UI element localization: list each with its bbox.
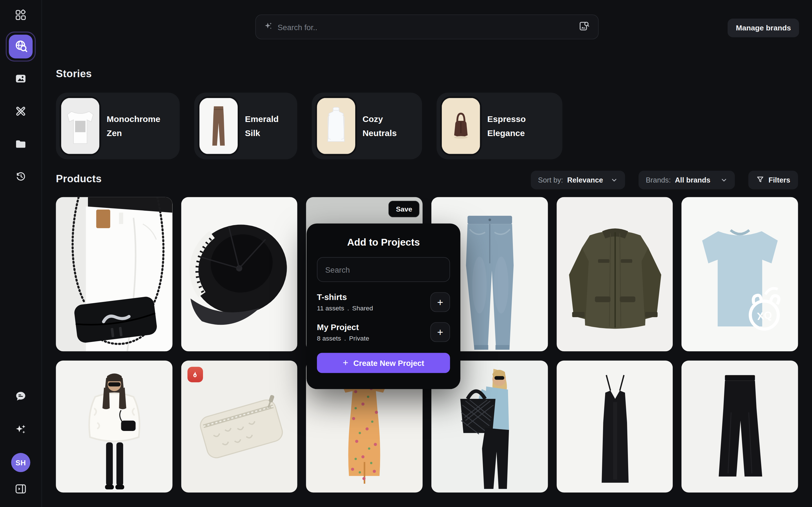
product-card-light-blue-tshirt[interactable]: XQ — [682, 197, 798, 351]
chevron-down-icon — [720, 176, 728, 184]
stories-row: Monochrome Zen Emerald Silk — [56, 93, 562, 159]
sidebar-item-assistant[interactable] — [9, 419, 32, 442]
project-row-tshirts[interactable]: T-shirts 11 assets . Shared + — [317, 292, 450, 312]
add-to-tshirts-button[interactable]: + — [430, 292, 450, 312]
styling-tools-icon — [14, 105, 27, 119]
product-card-olive-suede-jacket[interactable] — [557, 197, 673, 351]
story-label: Monochrome Zen — [107, 112, 173, 140]
product-card-cream-wallet[interactable] — [181, 360, 297, 492]
product-card-fur-coat-look[interactable] — [56, 360, 172, 492]
sidebar-item-dashboard[interactable] — [9, 5, 32, 27]
project-info: My Project 8 assets . Private — [317, 323, 430, 342]
globe-search-icon — [14, 39, 28, 54]
funnel-icon — [756, 175, 764, 185]
story-label: Espresso Elegance — [487, 112, 556, 140]
meta-separator: . — [347, 304, 349, 312]
app-window: SH — [0, 0, 812, 507]
chevron-down-icon — [611, 176, 618, 184]
project-name: My Project — [317, 323, 430, 332]
story-label: Emerald Silk — [245, 112, 291, 140]
svg-text:XQ: XQ — [756, 309, 772, 322]
brands-dropdown[interactable]: Brands: All brands — [639, 171, 735, 189]
image-search-icon[interactable] — [578, 20, 590, 34]
manage-brands-button[interactable]: Manage brands — [728, 18, 799, 37]
story-label: Cozy Neutrals — [363, 112, 416, 140]
add-to-my-project-button[interactable]: + — [430, 322, 450, 342]
project-asset-count: 11 assets — [317, 304, 344, 312]
story-card-cozy-neutrals[interactable]: Cozy Neutrals — [312, 93, 422, 159]
brands-label: Brands: — [646, 176, 671, 184]
sparkle-icon — [264, 21, 273, 33]
sort-label: Sort by: — [538, 176, 563, 184]
product-card-black-flare-pants[interactable] — [682, 360, 798, 492]
filters-label: Filters — [769, 176, 790, 184]
project-meta: 11 assets . Shared — [317, 304, 430, 312]
project-search-input[interactable] — [317, 257, 450, 282]
dashboard-icon — [14, 9, 27, 23]
search-input[interactable] — [277, 22, 574, 31]
story-thumb-brown-trousers — [199, 98, 238, 154]
sort-value: Relevance — [567, 176, 603, 184]
product-card-black-cap[interactable] — [181, 197, 297, 351]
product-controls: Sort by: Relevance Brands: All brands Fi… — [531, 171, 798, 189]
story-thumb-white-tshirt — [61, 98, 100, 154]
project-name: T-shirts — [317, 293, 430, 302]
filters-button[interactable]: Filters — [748, 171, 798, 189]
flame-icon — [191, 370, 199, 379]
history-icon — [14, 170, 27, 184]
sidebar-item-history[interactable] — [9, 166, 32, 189]
chat-bubble-icon — [14, 390, 27, 404]
story-thumb-white-sweater — [317, 98, 355, 154]
project-row-my-project[interactable]: My Project 8 assets . Private + — [317, 322, 450, 342]
sidebar-item-projects[interactable] — [9, 133, 32, 156]
modal-title: Add to Projects — [317, 237, 450, 248]
sparkles-icon — [14, 423, 27, 438]
sort-dropdown[interactable]: Sort by: Relevance — [531, 171, 625, 189]
sidebar-item-chat[interactable] — [9, 386, 32, 409]
project-visibility: Shared — [352, 304, 373, 312]
stories-title: Stories — [56, 68, 92, 80]
image-icon — [14, 72, 27, 87]
story-card-monochrome-zen[interactable]: Monochrome Zen — [56, 93, 180, 159]
story-card-emerald-silk[interactable]: Emerald Silk — [194, 93, 297, 159]
project-meta: 8 assets . Private — [317, 334, 430, 342]
sidebar-item-tools[interactable] — [9, 101, 32, 124]
product-card-white-jeans-chain-bag[interactable] — [56, 197, 172, 351]
product-card-black-slip-dress[interactable] — [557, 360, 673, 492]
project-info: T-shirts 11 assets . Shared — [317, 293, 430, 312]
add-to-projects-modal: Add to Projects T-shirts 11 assets . Sha… — [306, 223, 460, 389]
story-card-espresso-elegance[interactable]: Espresso Elegance — [437, 93, 562, 159]
project-asset-count: 8 assets — [317, 334, 341, 342]
global-search-bar[interactable] — [255, 14, 599, 39]
create-new-project-button[interactable]: + Create New Project — [317, 353, 450, 373]
sidebar-item-discover-active[interactable] — [6, 32, 36, 62]
user-avatar[interactable]: SH — [11, 453, 30, 472]
meta-separator: . — [344, 334, 346, 342]
products-title: Products — [56, 173, 101, 184]
brands-value: All brands — [675, 176, 711, 184]
sidebar-collapse-button[interactable] — [9, 478, 32, 501]
sidebar-item-gallery[interactable] — [9, 68, 32, 91]
discover-tile — [9, 35, 33, 58]
create-new-project-label: Create New Project — [353, 358, 424, 367]
trending-badge — [187, 367, 203, 382]
sidebar: SH — [0, 0, 42, 507]
project-visibility: Private — [349, 334, 369, 342]
folder-icon — [14, 138, 27, 152]
story-thumb-brown-handbag — [442, 98, 480, 154]
panel-expand-icon — [14, 483, 27, 497]
save-button[interactable]: Save — [389, 201, 419, 217]
plus-icon: + — [343, 357, 348, 369]
